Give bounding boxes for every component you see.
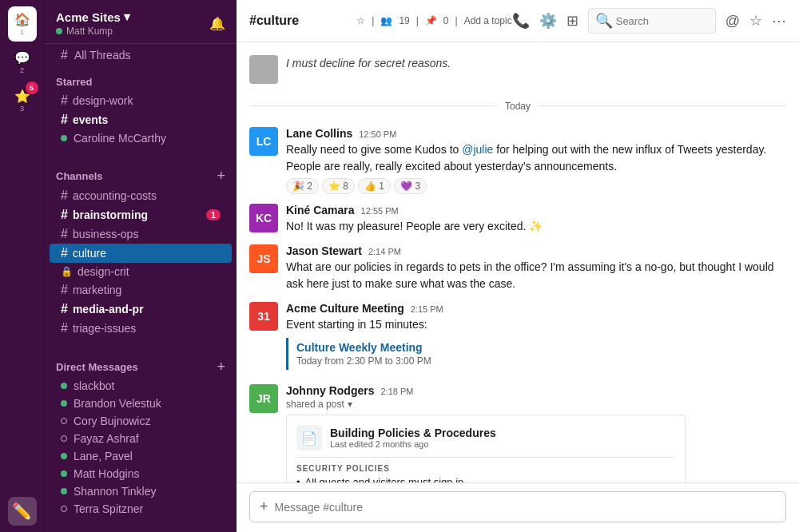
sidebar-item-shannon[interactable]: Shannon Tinkley [50,482,232,500]
message-header-meeting: Acme Culture Meeting 2:15 PM [286,302,786,315]
reaction-star[interactable]: ⭐ 8 [322,178,355,194]
reaction-thumbsup[interactable]: 👍 1 [358,178,391,194]
reaction-party[interactable]: 🎉 2 [286,178,319,194]
sidebar-item-matt-hodgins[interactable]: Matt Hodgins [50,465,232,482]
message-content-lane: Lane Collins 12:50 PM Really need to giv… [286,127,786,194]
message-content-johnny: Johnny Rodgers 2:18 PM shared a post ▾ 📄… [286,384,786,482]
text-lane: Really need to give some Kudos to @julie… [286,141,786,175]
meeting-card: Culture Weekly Meeting Today from 2:30 P… [286,338,786,370]
channel-title: #culture [249,14,347,28]
sidebar-item-caroline[interactable]: Caroline McCarthy [50,129,232,147]
members-icon: 👥 [380,15,392,26]
add-channel-button[interactable]: + [217,168,225,185]
add-topic-link[interactable]: Add a topic [464,15,512,26]
policy-item: All guests and visitors must sign in [296,476,675,482]
mention-icon[interactable]: @ [725,13,740,30]
sidebar-item-events[interactable]: # events [50,110,232,129]
phone-icon[interactable]: 📞 [512,12,530,30]
hash-icon: # [61,283,68,297]
avatar-jason1: JS [249,244,278,273]
author-johnny: Johnny Rodgers [286,384,374,397]
icon-bar-label-1: 1 [20,28,24,36]
meeting-title[interactable]: Culture Weekly Meeting [296,341,778,354]
time-kine: 12:55 PM [361,206,399,216]
threads-icon: # [61,48,68,62]
avatar-prev [249,55,278,84]
all-threads[interactable]: # All Threads [50,44,232,66]
notification-bell[interactable]: 🔔 [209,16,225,31]
prev-message-text: I must decline for secret reasons. [286,55,786,72]
main-content: #culture ☆ | 👥 19 | 📌 0 | Add a topic 📞 … [237,0,799,532]
sidebar-item-brainstorming[interactable]: # brainstorming 1 [50,205,232,224]
add-dm-button[interactable]: + [217,359,225,375]
dm-status-dot [61,488,67,494]
hash-icon: # [61,321,68,335]
icon-bar-starred[interactable]: ⭐ 3 5 [8,83,37,118]
bookmark-icon[interactable]: ☆ [749,12,762,30]
hash-icon: # [61,189,68,203]
policy-label: SECURITY POLICIES [296,464,675,473]
hash-icon: # [61,246,68,260]
sidebar-item-media-and-pr[interactable]: # media-and-pr [50,300,232,319]
channels-label: Channels [56,170,103,182]
icon-bar-dms[interactable]: 💬 2 [8,45,37,80]
members-count[interactable]: 19 [399,15,409,26]
search-icon: 🔍 [595,12,613,30]
sidebar-item-triage-issues[interactable]: # triage-issues [50,319,232,338]
icon-bar-label-3: 3 [20,105,24,113]
sidebar-item-design-work[interactable]: # design-work [50,91,232,110]
dm-status-dot [61,400,67,407]
sidebar-item-terra[interactable]: Terra Spitzner [50,500,232,518]
sidebar-item-design-crit[interactable]: 🔒 design-crit [50,263,232,280]
chevron-icon: ▾ [348,399,352,410]
icon-bar-compose[interactable]: ✏️ [8,497,37,526]
avatar-lane: LC [249,127,278,156]
post-title[interactable]: Building Policies & Procedures [330,427,496,439]
sidebar-item-lane-pavel[interactable]: Lane, Pavel [50,447,232,465]
sidebar-item-culture[interactable]: # culture [50,244,232,263]
brainstorming-badge: 1 [206,209,221,220]
divider-pipe3: | [455,15,458,26]
sidebar-item-slackbot[interactable]: slackbot [50,377,232,395]
author-kine: Kiné Camara [286,204,355,216]
messages-area: I must decline for secret reasons. Today… [237,42,799,482]
workspace-name[interactable]: Acme Sites ▾ [56,10,209,24]
hash-icon: # [61,227,68,241]
author-lane: Lane Collins [286,127,352,140]
divider-pipe2: | [416,15,419,26]
sidebar-item-accounting-costs[interactable]: # accounting-costs [50,186,232,205]
hash-icon: # [61,208,68,222]
time-jason1: 2:14 PM [368,247,401,256]
reaction-heart[interactable]: 💜 3 [394,178,427,194]
sidebar-item-brandon[interactable]: Brandon Velestuk [50,395,232,412]
hash-icon-events: # [61,113,68,127]
author-jason1: Jason Stewart [286,244,362,257]
more-icon[interactable]: ⋯ [772,12,786,30]
sidebar-item-business-ops[interactable]: # business-ops [50,224,232,244]
username: Matt Kump [66,26,113,37]
star-icon[interactable]: ☆ [356,15,365,26]
pins-count[interactable]: 0 [443,15,449,26]
sidebar-item-marketing[interactable]: # marketing [50,280,232,300]
message-content-jason1: Jason Stewart 2:14 PM What are our polic… [286,244,786,292]
sidebar-item-fayaz[interactable]: Fayaz Ashraf [50,430,232,447]
channel-search[interactable]: 🔍 [588,8,716,34]
message-content-meeting: Acme Culture Meeting 2:15 PM Event start… [286,302,786,375]
shared-post-content: SECURITY POLICIES All guests and visitor… [296,457,675,482]
icon-bar-home[interactable]: 🏠 1 [8,6,37,42]
mention-julie[interactable]: @julie [462,143,493,156]
attachment-button[interactable]: + [260,498,268,515]
workspace-user: Matt Kump [56,26,209,37]
meeting-time: Today from 2:30 PM to 3:00 PM [296,355,778,367]
compose-icon: ✏️ [12,502,32,521]
doc-icon: 📄 [296,425,322,451]
starred-badge: 5 [26,81,38,94]
sidebar-item-cory[interactable]: Cory Bujnowicz [50,412,232,430]
layout-icon[interactable]: ⊞ [566,12,578,30]
dm-icon: 💬 [14,50,30,66]
channels-section: Channels + # accounting-costs # brainsto… [45,150,237,341]
message-input[interactable] [275,501,776,514]
search-input[interactable] [616,15,696,27]
sidebar: Acme Sites ▾ Matt Kump 🔔 # All Threads S… [45,0,237,532]
settings-icon[interactable]: ⚙️ [539,12,557,30]
